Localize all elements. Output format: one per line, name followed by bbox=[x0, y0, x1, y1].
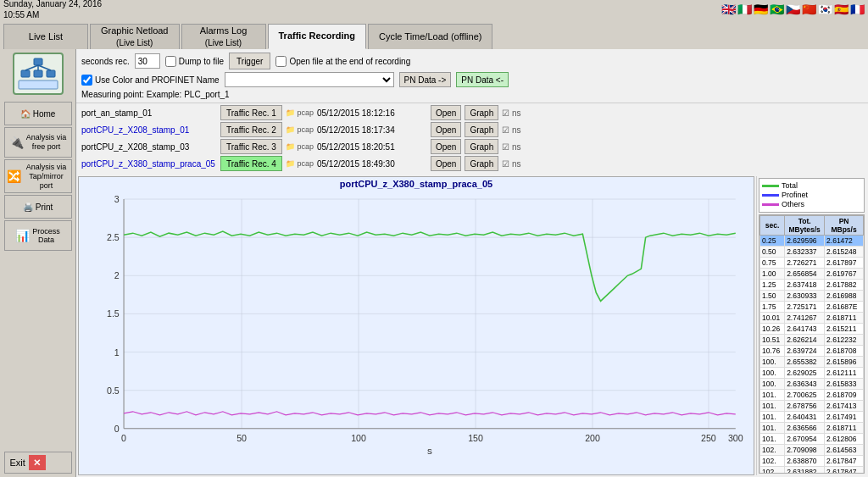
rec-open-3-button[interactable]: Open bbox=[431, 139, 461, 154]
chart-container: portCPU_z_X380_stamp_praca_05 bbox=[78, 176, 754, 475]
pcap-icon-3: 📁 pcap bbox=[286, 142, 314, 151]
rec-graph-4-button[interactable]: Graph bbox=[465, 156, 498, 171]
svg-text:100: 100 bbox=[351, 434, 366, 443]
traffic-rec-4-button[interactable]: Traffic Rec. 4 bbox=[220, 156, 282, 171]
tab-bar: Live List Graphic Netload(Live List) Ala… bbox=[0, 19, 868, 49]
tab-traffic-recording[interactable]: Traffic Recording bbox=[268, 24, 366, 49]
svg-rect-1 bbox=[21, 70, 30, 77]
seconds-rec-input[interactable] bbox=[135, 53, 160, 69]
table-row: 102.2.6388702.617847 bbox=[760, 456, 864, 467]
rec-graph-2-button[interactable]: Graph bbox=[465, 122, 498, 137]
rec-timestamp-1: 05/12/2015 18:12:16 bbox=[317, 108, 427, 118]
profinet-select[interactable] bbox=[225, 72, 394, 87]
print-button[interactable]: 🖨️ Print bbox=[4, 195, 72, 219]
trigger-button[interactable]: Trigger bbox=[229, 53, 270, 69]
table-row: 0.502.6323372.615248 bbox=[760, 247, 864, 258]
process-data-button[interactable]: 📊 ProcessData bbox=[4, 220, 72, 251]
dump-to-file-checkbox[interactable] bbox=[165, 56, 176, 67]
recording-rows: port_an_stamp_01 Traffic Rec. 1 📁 pcap 0… bbox=[76, 103, 868, 175]
flag-icons: 🇬🇧 🇮🇹 🇩🇪 🇧🇷 🇨🇿 🇨🇳 🇰🇷 🇪🇸 🇫🇷 bbox=[721, 3, 865, 16]
traffic-rec-2-button[interactable]: Traffic Rec. 2 bbox=[220, 122, 282, 137]
pcap-icon-1: 📁 pcap bbox=[286, 108, 314, 117]
measuring-point-label: Measuring point: Example: PLC_port_1 bbox=[81, 90, 230, 99]
rec-ns-4: ☑ ns bbox=[502, 159, 520, 169]
table-row: 1.502.6309332.616988 bbox=[760, 291, 864, 302]
open-file-checkbox[interactable] bbox=[275, 56, 287, 67]
legend-color-total bbox=[762, 185, 779, 187]
data-values-table: sec. Tot.MBytes/s PNMBps/s 0.252.6295962… bbox=[760, 215, 864, 474]
use-color-checkbox[interactable] bbox=[81, 75, 92, 86]
tab-alarms-log[interactable]: Alarms Log(Live List) bbox=[181, 24, 266, 49]
svg-rect-0 bbox=[34, 58, 42, 65]
time-label: 10:55 AM bbox=[3, 9, 102, 20]
seconds-rec-label: seconds rec. bbox=[81, 57, 130, 66]
legend-color-others bbox=[762, 203, 779, 206]
rec-row-4: portCPU_z_X380_stamp_praca_05 Traffic Re… bbox=[81, 156, 863, 171]
svg-text:150: 150 bbox=[468, 434, 483, 443]
exit-button[interactable]: Exit ✕ bbox=[4, 452, 72, 474]
table-row: 100.2.6363432.615833 bbox=[760, 379, 864, 390]
pn-data-minus-button[interactable]: PN Data <- bbox=[456, 72, 509, 87]
exit-label: Exit bbox=[10, 458, 25, 468]
tab-cycle-time[interactable]: Cycle Time/Load (offline) bbox=[368, 24, 492, 49]
svg-text:0: 0 bbox=[121, 434, 126, 443]
chart-inner: 3 2.5 2 1.5 1 0.5 0 0 50 100 150 200 bbox=[79, 191, 754, 471]
rec-ns-2: ☑ ns bbox=[502, 125, 520, 135]
pn-data-plus-button[interactable]: PN Data -> bbox=[399, 72, 452, 87]
svg-text:1: 1 bbox=[114, 348, 120, 358]
exit-x-button[interactable]: ✕ bbox=[29, 455, 46, 470]
legend-others: Others bbox=[762, 200, 861, 208]
rec-open-2-button[interactable]: Open bbox=[431, 122, 461, 137]
svg-text:s: s bbox=[427, 446, 432, 456]
rec-row-3: portCPU_z_X208_stamp_03 Traffic Rec. 3 📁… bbox=[81, 139, 863, 154]
traffic-rec-3-button[interactable]: Traffic Rec. 3 bbox=[220, 139, 282, 154]
col-tot: Tot.MBytes/s bbox=[785, 216, 825, 236]
svg-text:200: 200 bbox=[585, 434, 600, 443]
legend-total: Total bbox=[762, 181, 861, 190]
table-row: 1.002.6568542.619767 bbox=[760, 269, 864, 280]
table-row: 100.2.6290252.612111 bbox=[760, 368, 864, 379]
table-row: 0.752.7262712.617897 bbox=[760, 258, 864, 269]
analysis-free-port-button[interactable]: 🔌 Analysis viafree port bbox=[4, 127, 72, 158]
traffic-rec-1-button[interactable]: Traffic Rec. 1 bbox=[220, 105, 282, 120]
table-row: 1.752.7251712.61687E bbox=[760, 302, 864, 313]
print-icon: 🖨️ bbox=[23, 202, 33, 212]
table-row: 101.2.6365662.618711 bbox=[760, 423, 864, 434]
date-label: Sunday, January 24, 2016 bbox=[3, 0, 102, 9]
table-row: 101.2.7006252.618709 bbox=[760, 390, 864, 401]
rec-timestamp-4: 05/12/2015 18:49:30 bbox=[317, 159, 427, 169]
legend-box: Total Profinet Others bbox=[759, 178, 865, 213]
svg-text:50: 50 bbox=[236, 434, 247, 443]
controls-row3: Measuring point: Example: PLC_port_1 bbox=[81, 90, 863, 99]
home-button[interactable]: 🏠 Home bbox=[4, 102, 72, 125]
rec-open-4-button[interactable]: Open bbox=[431, 156, 461, 171]
svg-text:3: 3 bbox=[114, 195, 120, 204]
svg-text:250: 250 bbox=[701, 434, 716, 443]
svg-text:0: 0 bbox=[114, 424, 120, 434]
top-bar: Sunday, January 24, 2016 10:55 AM 🇬🇧 🇮🇹 … bbox=[0, 0, 868, 19]
table-row: 100.2.6553822.615896 bbox=[760, 357, 864, 368]
table-row: 101.2.6404312.617491 bbox=[760, 412, 864, 423]
use-color-label: Use Color and PROFINET Name bbox=[81, 75, 220, 86]
data-table[interactable]: sec. Tot.MBytes/s PNMBps/s 0.252.6295962… bbox=[759, 214, 865, 474]
analysis-tap-icon: 🔀 bbox=[7, 169, 21, 184]
rec-graph-3-button[interactable]: Graph bbox=[465, 139, 498, 154]
controls-panel: seconds rec. Dump to file Trigger Open f… bbox=[76, 49, 868, 103]
home-icon: 🏠 bbox=[20, 109, 31, 119]
table-row: 102.2.6318822.617847 bbox=[760, 467, 864, 474]
rec-port-3: portCPU_z_X208_stamp_03 bbox=[81, 142, 217, 152]
rec-port-2: portCPU_z_X208_stamp_01 bbox=[81, 125, 217, 135]
col-pn: PNMBps/s bbox=[825, 216, 864, 236]
table-row: 101.2.6787562.617413 bbox=[760, 401, 864, 412]
table-row: 10.262.6417432.615211 bbox=[760, 324, 864, 335]
table-row: 10.012.7412672.618711 bbox=[760, 313, 864, 324]
rec-open-1-button[interactable]: Open bbox=[431, 105, 461, 120]
chart-right-panel: Total Profinet Others bbox=[756, 176, 866, 475]
tab-graphic-netload[interactable]: Graphic Netload(Live List) bbox=[90, 24, 180, 49]
rec-graph-1-button[interactable]: Graph bbox=[465, 105, 498, 120]
controls-row2: Use Color and PROFINET Name PN Data -> P… bbox=[81, 72, 863, 87]
analysis-tap-button[interactable]: 🔀 Analysis viaTap/mirror port bbox=[4, 159, 72, 193]
pcap-icon-4: 📁 pcap bbox=[286, 159, 314, 168]
tab-live-list[interactable]: Live List bbox=[3, 24, 88, 49]
svg-line-4 bbox=[25, 65, 38, 70]
